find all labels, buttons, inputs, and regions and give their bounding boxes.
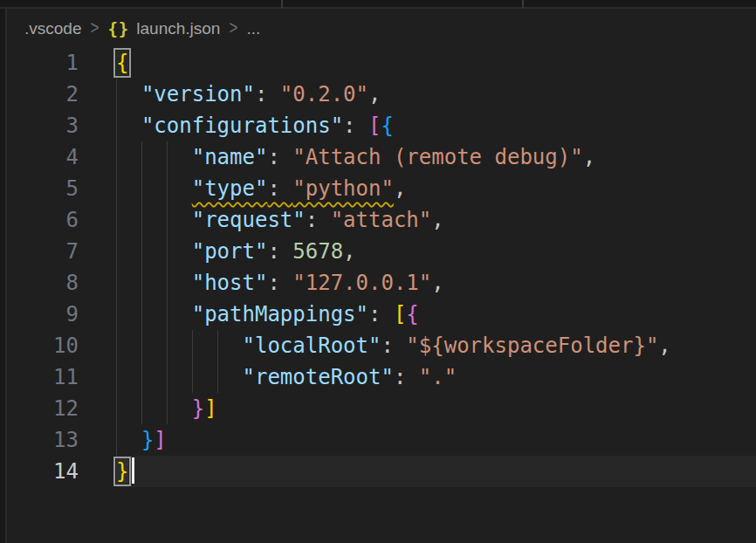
code-token: ] [154,428,166,452]
line-number[interactable]: 10 [9,330,79,361]
code-line-content[interactable]: "name": "Attach (remote debug)", [116,141,756,173]
chevron-right-icon: > [229,18,237,40]
indent-guide [141,267,142,299]
code-token: , [583,145,595,169]
code-line-content[interactable]: "request": "attach", [116,204,756,236]
code-token: "request" [192,208,306,232]
indent-guide [116,204,117,236]
code-line[interactable]: 12 }] [9,393,756,424]
indent-guide [116,424,117,456]
code-token: : [381,333,406,358]
code-token: "attach" [331,208,432,232]
line-number[interactable]: 11 [9,361,79,393]
warning-squiggle: "type": "python" [192,176,394,201]
code-line[interactable]: 3 "configurations": [{ [9,110,756,141]
code-token: "host" [192,271,268,295]
indent-guide [167,141,168,173]
code-line-content[interactable]: }] [116,424,756,456]
code-token: : [267,271,292,295]
code-line[interactable]: 6 "request": "attach", [9,204,756,236]
indent-spaces [116,239,192,264]
code-token: , [658,333,670,358]
tab-divider [281,0,283,8]
line-number[interactable]: 5 [9,173,79,204]
code-line[interactable]: 7 "port": 5678, [9,236,756,267]
code-line[interactable]: 4 "name": "Attach (remote debug)", [9,141,756,173]
code-line-content[interactable]: "pathMappings": [{ [116,299,756,330]
code-line[interactable]: 8 "host": "127.0.0.1", [9,267,756,299]
code-token: "localRoot" [243,333,381,358]
code-line[interactable]: 14} [9,456,756,487]
code-line-content[interactable]: "localRoot": "${workspaceFolder}", [116,330,756,361]
indent-guide [141,173,142,204]
line-number[interactable]: 12 [9,393,79,424]
code-line[interactable]: 5 "type": "python", [9,173,756,204]
indent-guide [141,204,142,236]
indent-spaces [116,271,192,295]
breadcrumb-item-folder[interactable]: .vscode [24,19,81,38]
line-number[interactable]: 9 [9,299,79,330]
code-line-content[interactable]: "version": "0.2.0", [116,79,756,110]
code-token: "type" [192,176,268,201]
breadcrumb: .vscode > {} launch.json > ... [9,10,756,47]
code-line-content[interactable]: "type": "python", [116,173,756,204]
indent-spaces [116,428,141,452]
bracket-match: { [116,51,128,75]
code-token: "pathMappings" [192,302,368,326]
code-token: : [394,365,419,389]
tab-divider [522,0,524,8]
code-token: : [255,82,280,107]
code-line-content[interactable]: "configurations": [{ [116,110,756,141]
code-editor[interactable]: 1{2 "version": "0.2.0",3 "configurations… [9,47,756,487]
indent-guide [192,330,193,361]
line-number[interactable]: 1 [9,47,79,79]
code-token: } [141,428,154,452]
code-token: "python" [292,176,394,201]
line-number[interactable]: 14 [9,456,79,487]
line-number[interactable]: 8 [9,267,79,299]
indent-spaces [116,113,141,138]
indent-guide [141,141,142,173]
code-line[interactable]: 11 "remoteRoot": "." [9,361,756,393]
code-line-content[interactable]: "port": 5678, [116,236,756,267]
line-number[interactable]: 3 [9,110,79,141]
line-number[interactable]: 2 [9,79,79,110]
code-token: "port" [192,239,268,264]
indent-guide [167,173,168,204]
code-token: , [343,239,355,264]
code-line-content[interactable]: } [116,456,756,487]
indent-guide [116,236,117,267]
indent-guide [116,173,117,204]
code-line-content[interactable]: }] [116,393,756,424]
code-line[interactable]: 9 "pathMappings": [{ [9,299,756,330]
indent-guide [167,299,168,330]
indent-guide [141,393,142,424]
code-token: "configurations" [141,113,343,138]
code-line[interactable]: 2 "version": "0.2.0", [9,79,756,110]
indent-guide [141,299,142,330]
code-line-content[interactable]: "remoteRoot": "." [116,361,756,393]
code-line-content[interactable]: { [116,47,756,79]
indent-spaces [116,333,243,358]
indent-guide [141,236,142,267]
indent-guide [116,267,117,299]
code-line[interactable]: 10 "localRoot": "${workspaceFolder}", [9,330,756,361]
code-line-content[interactable]: "host": "127.0.0.1", [116,267,756,299]
line-number[interactable]: 4 [9,141,79,173]
line-number[interactable]: 7 [9,236,79,267]
code-token: 5678 [292,239,343,264]
text-cursor [132,457,134,484]
breadcrumb-item-file[interactable]: launch.json [136,19,220,38]
code-token: [ [394,302,406,326]
line-number[interactable]: 6 [9,204,79,236]
line-number[interactable]: 13 [9,424,79,456]
indent-guide [116,141,117,173]
code-token: "127.0.0.1" [292,271,431,295]
indent-guide [167,236,168,267]
indent-guide [116,393,117,424]
breadcrumb-ellipsis[interactable]: ... [246,19,260,38]
code-token: { [406,302,418,326]
code-token: ] [204,396,216,421]
code-line[interactable]: 13 }] [9,424,756,456]
code-line[interactable]: 1{ [9,47,756,79]
